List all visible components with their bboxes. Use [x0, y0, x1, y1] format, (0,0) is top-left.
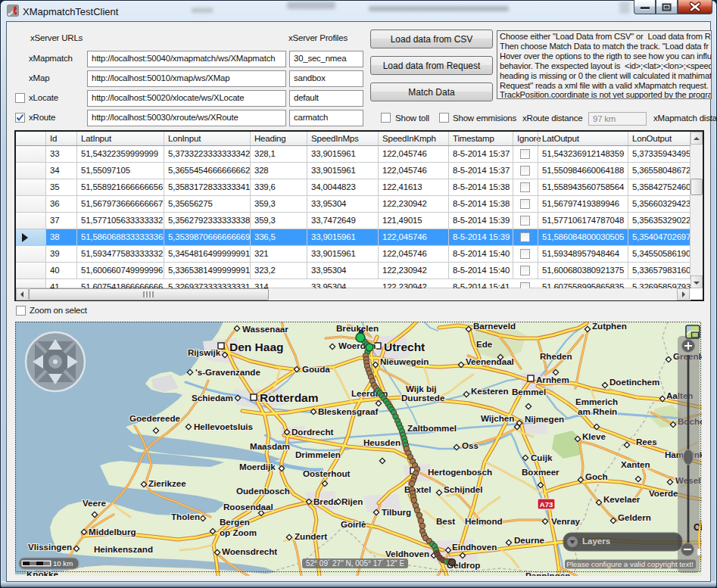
svg-text:Middelburg: Middelburg: [89, 527, 136, 537]
svg-text:Rheden: Rheden: [540, 351, 572, 361]
svg-text:Wassenaar: Wassenaar: [242, 324, 288, 334]
svg-text:Oosterhout: Oosterhout: [303, 468, 351, 478]
svg-text:Woensdrecht: Woensdrecht: [222, 546, 277, 556]
svg-text:Oss: Oss: [462, 440, 479, 450]
svg-text:Tholen: Tholen: [171, 512, 200, 521]
svg-text:Heinkenszand: Heinkenszand: [94, 544, 153, 554]
svg-text:Geldern: Geldern: [618, 512, 651, 522]
svg-text:Best: Best: [436, 516, 455, 526]
svg-text:Zaltbommel: Zaltbommel: [407, 423, 457, 433]
svg-text:Goirle: Goirle: [341, 519, 366, 529]
svg-text:Hellevoetsluis: Hellevoetsluis: [194, 422, 253, 431]
svg-text:Please configure a valid copyr: Please configure a valid copyright text!: [566, 560, 694, 568]
svg-text:Goedereede: Goedereede: [129, 413, 181, 423]
svg-text:Veere: Veere: [83, 498, 107, 508]
svg-text:Boxtel: Boxtel: [404, 484, 431, 494]
svg-text:Breda: Breda: [313, 496, 338, 506]
svg-text:Nijmegen: Nijmegen: [525, 414, 564, 424]
svg-text:am Rhein: am Rhein: [578, 406, 617, 416]
svg-text:Bemmel: Bemmel: [512, 387, 546, 397]
svg-text:Schiedam: Schiedam: [192, 393, 233, 403]
svg-text:Kleve: Kleve: [582, 431, 606, 441]
svg-text:'s-Gravenzande: 's-Gravenzande: [195, 367, 260, 377]
svg-text:Boxmeer: Boxmeer: [522, 467, 560, 477]
svg-text:Emmerich: Emmerich: [575, 397, 618, 406]
svg-text:Dordrecht: Dordrecht: [291, 427, 334, 437]
svg-text:Barneveld: Barneveld: [473, 322, 516, 331]
svg-text:Bleskensgraaf: Bleskensgraaf: [318, 406, 378, 416]
svg-text:Vlissingen: Vlissingen: [28, 542, 72, 552]
svg-text:Drimmelen: Drimmelen: [295, 450, 341, 459]
svg-text:Maasdam: Maasdam: [250, 441, 290, 451]
svg-text:Voerde: Voerde: [649, 488, 678, 498]
svg-text:Cuijk: Cuijk: [531, 453, 553, 462]
svg-text:Ede: Ede: [476, 339, 493, 349]
svg-text:Wijchen: Wijchen: [481, 413, 514, 423]
svg-text:Den Haag: Den Haag: [229, 341, 284, 353]
svg-text:Roosendaal: Roosendaal: [223, 502, 273, 512]
svg-text:Kevelaer: Kevelaer: [603, 494, 641, 504]
svg-text:10 km: 10 km: [53, 559, 73, 568]
svg-text:A73: A73: [540, 500, 553, 509]
svg-text:Deurne: Deurne: [514, 535, 544, 545]
svg-text:Zundert: Zundert: [295, 531, 327, 541]
svg-text:Venray: Venray: [551, 516, 581, 526]
svg-text:Eindhoven: Eindhoven: [452, 542, 497, 552]
svg-text:Doetinchem: Doetinchem: [609, 377, 659, 387]
svg-text:Nieuwegein: Nieuwegein: [380, 356, 429, 366]
svg-text:Schijndel: Schijndel: [444, 484, 483, 494]
svg-text:Tilburg: Tilburg: [382, 507, 411, 517]
svg-text:Kesteren: Kesteren: [471, 386, 509, 396]
svg-text:Veenendaal: Veenendaal: [466, 356, 514, 366]
svg-text:Heusden: Heusden: [363, 437, 401, 447]
svg-text:Veldhoven: Veldhoven: [385, 549, 429, 558]
svg-text:Helmond: Helmond: [465, 516, 503, 526]
svg-text:52° 09´ 27″ N, 005° 17´ 12″ E: 52° 09´ 27″ N, 005° 17´ 12″ E: [306, 559, 404, 568]
svg-text:Xanten: Xanten: [621, 459, 650, 469]
svg-text:Rotterdam: Rotterdam: [260, 391, 319, 404]
svg-text:Zutphen: Zutphen: [592, 322, 627, 331]
svg-text:Duurstede: Duurstede: [401, 393, 445, 403]
svg-text:Arnhem: Arnhem: [536, 375, 569, 384]
svg-text:Knokke: Knokke: [26, 569, 58, 576]
svg-text:Rijen: Rijen: [341, 496, 363, 506]
svg-text:Gouda: Gouda: [302, 364, 330, 374]
svg-text:Hertogenbosch: Hertogenbosch: [428, 467, 492, 477]
svg-text:Oudenbosch: Oudenbosch: [236, 486, 290, 496]
svg-text:Rees: Rees: [636, 437, 657, 446]
svg-text:op Zoom: op Zoom: [220, 527, 257, 537]
svg-text:Utrecht: Utrecht: [384, 341, 425, 353]
svg-text:Goch: Goch: [585, 471, 608, 481]
svg-text:Breukelen: Breukelen: [336, 323, 379, 333]
svg-text:Zierikzee: Zierikzee: [148, 478, 186, 488]
svg-text:Layers: Layers: [582, 537, 610, 546]
svg-text:Rijswijk: Rijswijk: [188, 347, 221, 357]
svg-text:Moerdijk: Moerdijk: [239, 462, 276, 471]
svg-text:Bergen: Bergen: [220, 517, 250, 527]
